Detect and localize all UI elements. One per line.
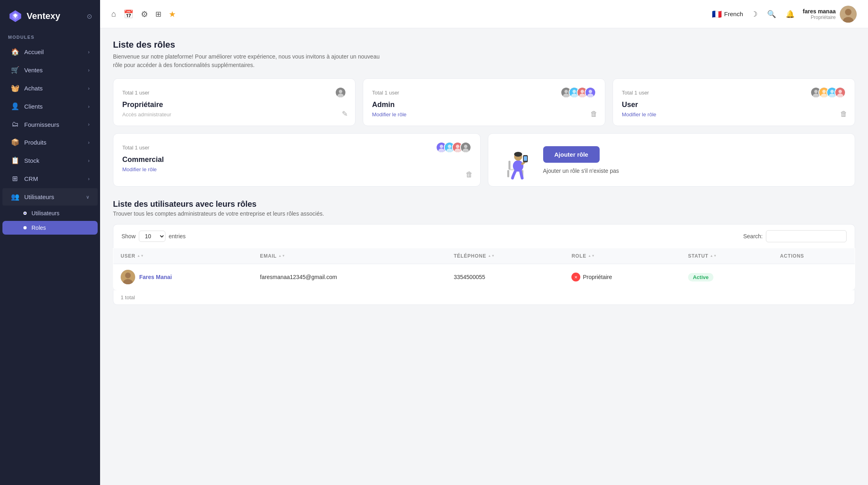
user-info: fares manaa Propriétaire [803, 6, 857, 23]
role-card-name-commercial: Commercial [122, 155, 471, 164]
language-selector[interactable]: 🇫🇷 French [712, 9, 743, 19]
role-avatars-user [810, 87, 846, 98]
search-area: Search: [743, 230, 847, 242]
sidebar-item-fournisseurs[interactable]: 🗂 Fournisseurs › [2, 116, 98, 133]
sort-arrows-email[interactable]: ▲▼ [278, 254, 285, 258]
user-icon: 👤 [10, 102, 19, 111]
dark-mode-button[interactable]: ☽ [749, 8, 759, 20]
add-role-right: Ajouter rôle Ajouter un rôle s'il n'exis… [543, 146, 619, 174]
delete-role-icon-commercial[interactable]: 🗑 [466, 170, 473, 179]
delete-role-icon-user[interactable]: 🗑 [840, 110, 847, 118]
sidebar-item-ventes[interactable]: 🛒 Ventes › [2, 61, 98, 79]
svg-point-49 [513, 160, 523, 172]
filter-nav-icon[interactable]: ⊞ [155, 10, 161, 19]
role-card-desc-proprietaire: Accès administrateur [122, 111, 346, 118]
sidebar-settings-icon[interactable]: ⊙ [87, 13, 92, 20]
sort-arrows-phone[interactable]: ▲▼ [488, 254, 495, 258]
table-controls: Show 10 25 50 100 entries Search: [113, 224, 855, 248]
search-button[interactable]: 🔍 [766, 8, 778, 20]
sidebar-item-stock[interactable]: 📋 Stock › [2, 152, 98, 169]
role-avatars-proprietaire [335, 87, 346, 98]
settings-nav-icon[interactable]: ⚙ [141, 9, 148, 19]
sort-arrows-user[interactable]: ▲▼ [137, 254, 144, 258]
sort-arrows-role[interactable]: ▲▼ [588, 254, 595, 258]
chevron-icon-crm: › [88, 176, 90, 182]
user-name-link[interactable]: Fares Manai [139, 274, 172, 280]
show-label: Show [121, 233, 136, 239]
role-card-name-user: User [622, 101, 846, 109]
user-role: Propriétaire [803, 15, 836, 20]
col-phone-label: TÉLÉPHONE [454, 253, 486, 259]
logo-icon [8, 9, 23, 23]
edit-role-icon-proprietaire[interactable]: ✎ [342, 109, 348, 118]
sidebar: Ventexy ⊙ MODULES 🏠 Accueil › 🛒 Ventes ›… [0, 0, 100, 485]
table-total: 1 total [121, 294, 135, 300]
sidebar-sub-label-roles: Roles [31, 225, 46, 231]
home-icon: 🏠 [10, 48, 19, 56]
svg-point-37 [448, 145, 451, 148]
calendar-nav-icon[interactable]: 📅 [123, 9, 134, 19]
svg-point-16 [581, 90, 584, 93]
role-avatar [335, 87, 346, 98]
add-role-button[interactable]: Ajouter rôle [543, 146, 600, 163]
sidebar-item-label-produits: Produits [24, 139, 46, 146]
role-card-commercial: Total 1 user Commercial Modifier le rôle… [113, 133, 481, 187]
role-card-name-proprietaire: Propriétaire [122, 101, 346, 109]
modules-label: MODULES [0, 31, 100, 43]
modify-role-link-admin[interactable]: Modifier le rôle [372, 111, 596, 118]
dot-icon-roles [23, 226, 27, 229]
role-card-total-user: Total 1 user [622, 90, 649, 96]
svg-rect-46 [507, 170, 509, 177]
sidebar-item-accueil[interactable]: 🏠 Accueil › [2, 43, 98, 61]
user-role: ✕ Propriétaire [564, 264, 681, 290]
user-phone: 3354500055 [446, 264, 564, 290]
modify-role-link-user[interactable]: Modifier le rôle [622, 111, 846, 118]
role-avatar-c4 [460, 142, 471, 153]
star-nav-icon[interactable]: ★ [169, 9, 176, 19]
role-card-header-commercial: Total 1 user [122, 142, 471, 153]
modify-role-link-commercial[interactable]: Modifier le rôle [122, 166, 471, 172]
sort-arrows-statut[interactable]: ▲▼ [710, 254, 717, 258]
sidebar-item-utilisateurs[interactable]: 👥 Utilisateurs ∨ [2, 188, 98, 206]
add-role-description: Ajouter un rôle s'il n'existe pas [543, 168, 619, 174]
illustration-svg [497, 140, 533, 180]
svg-point-40 [456, 145, 459, 148]
svg-rect-48 [508, 161, 510, 170]
chevron-icon-ventes: › [88, 67, 90, 73]
sidebar-item-label-ventes: Ventes [24, 67, 43, 73]
entries-select[interactable]: 10 25 50 100 [139, 231, 165, 242]
flag-icon: 🇫🇷 [712, 9, 722, 19]
main-area: ⌂ 📅 ⚙ ⊞ ★ 🇫🇷 French ☽ 🔍 🔔 fares manaa Pr… [100, 0, 868, 485]
roles-grid-row2: Total 1 user Commercial Modifier le rôle… [113, 133, 855, 187]
sidebar-sub-item-utilisateurs[interactable]: Utilisateurs [2, 206, 98, 220]
notification-button[interactable]: 🔔 [784, 8, 796, 20]
sidebar-item-produits[interactable]: 📦 Produits › [2, 134, 98, 151]
users-section-title: Liste des utilisateurs avec leurs rôles [113, 199, 855, 209]
svg-point-22 [814, 90, 818, 93]
user-email: faresmanaa12345@gmail.com [253, 264, 446, 290]
chevron-down-icon-utilisateurs: ∨ [86, 194, 90, 200]
sidebar-item-crm[interactable]: ⊞ CRM › [2, 170, 98, 187]
sidebar-sub-item-roles[interactable]: Roles [2, 221, 98, 235]
role-card-admin: Total 1 user Admin Modifier le rôle 🗑 [363, 78, 605, 126]
add-role-card: Ajouter rôle Ajouter un rôle s'il n'exis… [488, 133, 855, 187]
search-input[interactable] [766, 230, 847, 242]
svg-point-4 [845, 9, 851, 15]
topbar-nav-icons: ⌂ 📅 ⚙ ⊞ ★ [111, 9, 176, 19]
home-nav-icon[interactable]: ⌂ [111, 9, 116, 19]
sidebar-item-clients[interactable]: 👤 Clients › [2, 98, 98, 115]
sidebar-item-label-fournisseurs: Fournisseurs [24, 121, 59, 128]
role-card-user: Total 1 user User Modifier le rôle 🗑 [613, 78, 855, 126]
svg-rect-53 [524, 156, 527, 161]
table-footer: 1 total [113, 290, 855, 305]
col-statut: STATUT ▲▼ [681, 248, 773, 264]
user-actions [773, 264, 855, 290]
delete-role-icon-admin[interactable]: 🗑 [590, 110, 598, 118]
svg-point-43 [464, 145, 467, 148]
chevron-icon-produits: › [88, 140, 90, 145]
svg-point-19 [589, 90, 592, 93]
chevron-icon-accueil: › [88, 49, 90, 55]
col-statut-label: STATUT [688, 253, 708, 259]
user-name-block: fares manaa Propriétaire [803, 8, 836, 20]
sidebar-item-achats[interactable]: 🧺 Achats › [2, 80, 98, 97]
